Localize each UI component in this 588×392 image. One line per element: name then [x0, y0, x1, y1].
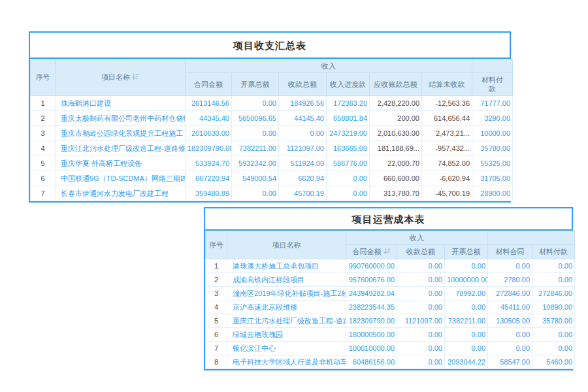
- cell-invoice-total: 2093044.22: [445, 355, 488, 369]
- cell-invoice-total: 0.00: [232, 186, 279, 201]
- table-row: 6 中国联通5G（TD-SCDMA）网络三期四川工 667220.94 5490…: [31, 171, 513, 186]
- row-index: 7: [31, 186, 56, 201]
- row-index: 7: [206, 342, 227, 355]
- col-header-income-progress: 收入进度款: [327, 73, 370, 96]
- project-name-link[interactable]: 重庆华夏 外高桥工程设备: [56, 156, 186, 171]
- cell-invoice-total: 7382211.00: [445, 314, 488, 328]
- summary-table-grid: 序号 项目名称 收入 合同金额 开票总额 收款总额 收入进度款 应收账款总额 结…: [30, 59, 513, 201]
- cell-material-payment: 28900.00: [472, 186, 513, 201]
- col-header-seq: 序号: [31, 59, 56, 96]
- sort-icon[interactable]: [132, 73, 139, 80]
- row-index: 5: [206, 314, 227, 328]
- project-name-link[interactable]: 长春市伊通河水力发电厂改建工程: [56, 186, 186, 201]
- cell-material-contract: 272846.00: [488, 287, 532, 301]
- cell-receipt-total: 0.00: [397, 328, 445, 342]
- cell-income-progress: 0.00: [327, 171, 370, 186]
- cell-contract-amount: 60486156.00: [346, 355, 397, 369]
- project-income-summary-table: 项目收支汇总表 序号 项目名称 收入 合同金额 开票总额 收款总额 收入进度款 …: [29, 31, 511, 203]
- col-header-project-label: 项目名称: [101, 73, 130, 81]
- cell-contract-amount: 533924.70: [186, 156, 232, 171]
- group-header-income: 收入: [186, 59, 472, 73]
- table-row: 7 长春市伊通河水力发电厂改建工程 359480.89 0.00 45700.1…: [31, 186, 513, 201]
- cell-settled-unreceived: -957,432...: [422, 141, 472, 156]
- cell-settled-unreceived: 74,852.00: [422, 156, 472, 171]
- col-header-contract-amount-label: 合同金额: [353, 248, 382, 255]
- table-row: 8 电子科技大学区域人行道及非机动车道工 60486156.00 0.00 20…: [206, 355, 575, 369]
- group-header-blank: [488, 231, 575, 245]
- cell-material-payment: 0.00: [532, 328, 575, 342]
- table-row: 1 珠海鹤港口建设 2613146.56 0.00 184926.56 1723…: [31, 96, 513, 111]
- cell-invoice-total: 5650096.65: [232, 111, 279, 126]
- row-index: 6: [206, 328, 227, 342]
- row-index: 4: [206, 301, 227, 314]
- cell-settled-unreceived: -6,620.94: [422, 171, 472, 186]
- cell-contract-amount: 957600676.00: [346, 273, 397, 287]
- cell-contract-amount: 2010630.00: [186, 126, 232, 141]
- project-name-link[interactable]: 港珠澳大桥施工总承包项目: [227, 259, 346, 273]
- group-header-income: 收入: [346, 231, 488, 245]
- cell-receipt-total: 44145.40: [279, 111, 327, 126]
- cell-contract-amount: 180000500.00: [346, 328, 397, 342]
- project-name-link[interactable]: 绿城云栖玫瑰园: [227, 328, 346, 342]
- cell-contract-amount: 667220.94: [186, 171, 232, 186]
- cell-invoice-total: 549000.54: [232, 171, 279, 186]
- col-header-project: 项目名称: [227, 231, 346, 259]
- table-row: 4 京沪高速北京段维修 238223544.35 0.00 0.00 45411…: [206, 301, 575, 314]
- cell-receipt-total: 0.00: [397, 301, 445, 314]
- project-name-link[interactable]: 重庆市鹅岭公园绿化景观提升工程施工: [56, 126, 186, 141]
- cell-material-payment: 272846.00: [532, 287, 575, 301]
- table-row: 2 成渝高铁内江标段项目 957600676.00 0.00 10000000.…: [206, 273, 575, 287]
- cell-invoice-total: 78992.00: [445, 287, 488, 301]
- row-index: 3: [31, 126, 56, 141]
- cell-material-contract: 2780.00: [488, 273, 532, 287]
- cell-invoice-total: 0.00: [445, 342, 488, 355]
- cell-material-contract: 0.00: [488, 342, 532, 355]
- col-header-project[interactable]: 项目名称: [56, 59, 186, 96]
- col-header-contract-amount[interactable]: 合同金额: [346, 245, 397, 259]
- cell-receipt-total: 45700.19: [279, 186, 327, 201]
- row-index: 2: [206, 273, 227, 287]
- table-row: 1 港珠澳大桥施工总承包项目 990760000.00 0.00 0.00 0.…: [206, 259, 575, 273]
- project-name-link[interactable]: 潼南区2019年绿化补贴项目-施工2标段: [227, 287, 346, 301]
- project-name-link[interactable]: 银亿滨江中心: [227, 342, 346, 355]
- col-header-invoice-total: 开票总额: [445, 245, 488, 259]
- cell-invoice-total: 5932342.00: [232, 156, 279, 171]
- project-name-link[interactable]: 电子科技大学区域人行道及非机动车道工: [227, 355, 346, 369]
- project-name-link[interactable]: 中国联通5G（TD-SCDMA）网络三期四川工: [56, 171, 186, 186]
- cell-material-payment: 10890.00: [532, 301, 575, 314]
- cell-invoice-total: 10000000.00: [445, 273, 488, 287]
- cost-table-grid: 序号 项目名称 收入 合同金额 收款总额 开票总额 材料合同 材料付款 1 港珠…: [205, 231, 575, 369]
- cell-income-progress: 0.00: [327, 186, 370, 201]
- table-row: 5 重庆华夏 外高桥工程设备 533924.70 5932342.00 5119…: [31, 156, 513, 171]
- project-name-link[interactable]: 京沪高速北京段维修: [227, 301, 346, 314]
- cell-invoice-total: 7382211.00: [232, 141, 279, 156]
- col-header-material-payment: 材料付款: [532, 245, 575, 259]
- table-row: 3 重庆市鹅岭公园绿化景观提升工程施工 2010630.00 0.00 0.00…: [31, 126, 513, 141]
- cell-contract-amount: 2613146.56: [186, 96, 232, 111]
- sort-icon[interactable]: [384, 248, 391, 255]
- cell-income-progress: 586776.00: [327, 156, 370, 171]
- cell-invoice-total: 0.00: [232, 126, 279, 141]
- cell-settled-unreceived: 2,473,21...: [422, 126, 472, 141]
- col-header-receipt-total: 收款总额: [397, 245, 445, 259]
- cell-settled-unreceived: 614,656.44: [422, 111, 472, 126]
- cell-material-payment: 55325.00: [472, 156, 513, 171]
- cell-receivable-total: 22,000.70: [370, 156, 422, 171]
- cell-income-progress: 2473219.00: [327, 126, 370, 141]
- cell-invoice-total: 0.00: [445, 328, 488, 342]
- project-operating-cost-table: 项目运营成本表 序号 项目名称 收入 合同金额 收款总额 开票总额 材料合同 材…: [204, 207, 573, 370]
- row-index: 2: [31, 111, 56, 126]
- cell-receipt-total: 511924.00: [279, 156, 327, 171]
- cell-receipt-total: 0.00: [397, 287, 445, 301]
- project-name-link[interactable]: 重庆太极制药有限公司亳州中药材仓储物流: [56, 111, 186, 126]
- cell-material-contract: 58547.00: [488, 355, 532, 369]
- project-name-link[interactable]: 重庆江北污水处理厂级改造工程-道路修复工: [56, 141, 186, 156]
- table-row: 6 绿城云栖玫瑰园 180000500.00 0.00 0.00 0.00 0.…: [206, 328, 575, 342]
- project-name-link[interactable]: 重庆江北污水处理厂级改造工程-道路修复: [227, 314, 346, 328]
- cell-receipt-total: 0.00: [397, 259, 445, 273]
- cell-material-payment: 5460.00: [532, 355, 575, 369]
- project-name-link[interactable]: 珠海鹤港口建设: [56, 96, 186, 111]
- cell-material-payment: 35780.00: [532, 314, 575, 328]
- cell-settled-unreceived: -12,563.36: [422, 96, 472, 111]
- project-name-link[interactable]: 成渝高铁内江标段项目: [227, 273, 346, 287]
